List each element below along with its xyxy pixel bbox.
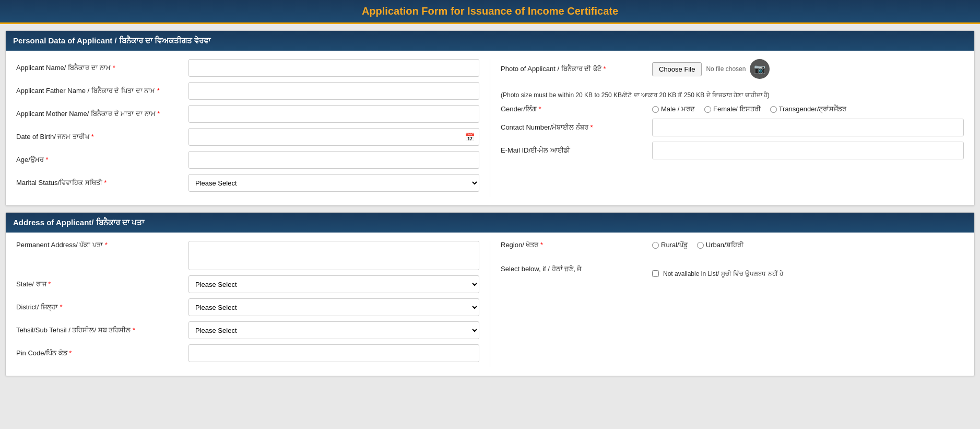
calendar-icon[interactable]: 📅: [465, 132, 475, 142]
no-file-text: No file chosen: [706, 65, 746, 73]
personal-section-header: Personal Data of Applicant / ਬਿਨੈਕਾਰ ਦਾ …: [6, 31, 974, 51]
region-urban-option[interactable]: Urban/ਸ਼ਹਿਰੀ: [697, 241, 743, 249]
address-section-header: Address of Applicant/ ਬਿਨੈਕਾਰ ਦਾ ਪਤਾ: [6, 213, 974, 233]
applicant-name-input[interactable]: [188, 59, 479, 77]
gender-male-radio[interactable]: [652, 106, 659, 113]
applicant-mother-name-label: Applicant Mother Name/ ਬਿਨੈਕਾਰ ਦੇ ਮਾਤਾ ਦ…: [16, 110, 183, 118]
address-section: Address of Applicant/ ਬਿਨੈਕਾਰ ਦਾ ਪਤਾ Per…: [5, 212, 975, 376]
choose-file-button[interactable]: Choose File: [652, 62, 702, 76]
contact-input[interactable]: [652, 119, 964, 136]
permanent-address-label: Permanent Address/ ਪੱਕਾ ਪਤਾ *: [16, 241, 183, 249]
applicant-mother-name-input[interactable]: [188, 105, 479, 123]
gender-row: Gender/ਲਿੰਗ * Male / ਮਰਦ Female/ ਇਸਤਰੀ: [501, 105, 964, 113]
dob-input[interactable]: [188, 128, 479, 146]
applicant-name-label: Applicant Name/ ਬਿਨੈਕਾਰ ਦਾ ਨਾਮ *: [16, 64, 183, 72]
permanent-address-input[interactable]: [188, 241, 479, 270]
state-select[interactable]: Please Select: [188, 275, 479, 293]
district-label: District/ ਜ਼ਿਲ੍ਹਾ *: [16, 303, 183, 311]
region-row: Region/ ਖੇਤਰ * Rural/ਪੇਂਡੂ Urban/ਸ਼ਹਿਰੀ: [501, 241, 964, 249]
page-wrapper: Application Form for Issuance of Income …: [0, 0, 980, 429]
camera-icon: 📷: [754, 63, 765, 75]
applicant-name-row: Applicant Name/ ਬਿਨੈਕਾਰ ਦਾ ਨਾਮ *: [16, 59, 479, 77]
contact-row: Contact Number/ਮੋਬਾਈਲ ਨੰਬਰ *: [501, 119, 964, 136]
file-upload-area: Choose File No file chosen 📷: [652, 59, 770, 79]
address-left-col: Permanent Address/ ਪੱਕਾ ਪਤਾ * State/ ਰਾਜ…: [16, 241, 479, 367]
personal-two-col: Applicant Name/ ਬਿਨੈਕਾਰ ਦਾ ਨਾਮ * Applica…: [16, 59, 964, 197]
gender-female-radio[interactable]: [704, 106, 711, 113]
personal-right-col: Photo of Applicant / ਬਿਨੈਕਾਰ ਦੀ ਫੋਟੋ * C…: [490, 59, 964, 197]
camera-icon-button[interactable]: 📷: [750, 59, 770, 79]
not-available-checkbox[interactable]: [652, 270, 659, 277]
address-right-col: Region/ ਖੇਤਰ * Rural/ਪੇਂਡੂ Urban/ਸ਼ਹਿਰੀ: [490, 241, 964, 367]
contact-label: Contact Number/ਮੋਬਾਈਲ ਨੰਬਰ *: [501, 123, 647, 132]
personal-section: Personal Data of Applicant / ਬਿਨੈਕਾਰ ਦਾ …: [5, 30, 975, 206]
age-input[interactable]: [188, 151, 479, 169]
region-rural-option[interactable]: Rural/ਪੇਂਡੂ: [652, 241, 688, 249]
select-below-row: Select below, if / ਹੇਠਾਂ ਚੁਣੋ, ਜੇ Not av…: [501, 265, 964, 279]
personal-section-body: Applicant Name/ ਬਿਨੈਕਾਰ ਦਾ ਨਾਮ * Applica…: [6, 51, 974, 205]
district-row: District/ ਜ਼ਿਲ੍ਹਾ * Please Select: [16, 298, 479, 316]
gender-male-option[interactable]: Male / ਮਰਦ: [652, 105, 695, 113]
region-rural-radio[interactable]: [652, 242, 659, 249]
age-label: Age/ਉਮਰ *: [16, 156, 183, 164]
marital-status-row: Marital Status/ਵਿਵਾਹਿਕ ਸਥਿਤੀ * Please Se…: [16, 174, 479, 192]
marital-status-select[interactable]: Please Select: [188, 174, 479, 192]
age-row: Age/ਉਮਰ *: [16, 151, 479, 169]
gender-label: Gender/ਲਿੰਗ *: [501, 105, 647, 113]
applicant-mother-name-row: Applicant Mother Name/ ਬਿਨੈਕਾਰ ਦੇ ਮਾਤਾ ਦ…: [16, 105, 479, 123]
photo-note: (Photo size must be within 20 KB to 250 …: [501, 90, 770, 100]
region-label: Region/ ਖੇਤਰ *: [501, 241, 647, 249]
dob-input-wrapper: 📅: [188, 128, 479, 146]
pincode-input[interactable]: [188, 344, 479, 362]
page-title: Application Form for Issuance of Income …: [362, 5, 618, 17]
permanent-address-row: Permanent Address/ ਪੱਕਾ ਪਤਾ *: [16, 241, 479, 270]
email-input[interactable]: [652, 142, 964, 159]
address-section-body: Permanent Address/ ਪੱਕਾ ਪਤਾ * State/ ਰਾਜ…: [6, 233, 974, 376]
personal-left-col: Applicant Name/ ਬਿਨੈਕਾਰ ਦਾ ਨਾਮ * Applica…: [16, 59, 479, 197]
gender-transgender-radio[interactable]: [770, 106, 777, 113]
not-available-text: Not available in List/ ਸੂਚੀ ਵਿੱਚ ਉਪਲਬਧ ਨ…: [663, 269, 783, 279]
applicant-father-name-input[interactable]: [188, 82, 479, 100]
not-available-row: Not available in List/ ਸੂਚੀ ਵਿੱਚ ਉਪਲਬਧ ਨ…: [652, 269, 783, 279]
region-urban-radio[interactable]: [697, 242, 704, 249]
email-label: E-Mail ID/ਈ-ਮੇਲ ਆਈਡੀ: [501, 146, 647, 155]
pincode-label: Pin Code/ਪਿੰਨ ਕੋਡ *: [16, 349, 183, 357]
dob-row: Date of Birth/ ਜਨਮ ਤਾਰੀਖ * 📅: [16, 128, 479, 146]
tehsil-select[interactable]: Please Select: [188, 321, 479, 339]
gender-transgender-option[interactable]: Transgender/ਟ੍ਰਾਂਸਜੈਂਡਰ: [770, 105, 847, 113]
photo-row: Photo of Applicant / ਬਿਨੈਕਾਰ ਦੀ ਫੋਟੋ * C…: [501, 59, 964, 100]
applicant-father-name-row: Applicant Father Name / ਬਿਨੈਕਾਰ ਦੇ ਪਿਤਾ …: [16, 82, 479, 100]
state-row: State/ ਰਾਜ * Please Select: [16, 275, 479, 293]
state-label: State/ ਰਾਜ *: [16, 280, 183, 288]
gender-female-option[interactable]: Female/ ਇਸਤਰੀ: [704, 105, 761, 113]
dob-label: Date of Birth/ ਜਨਮ ਤਾਰੀਖ *: [16, 133, 183, 141]
tehsil-row: Tehsil/Sub Tehsil / ਤਹਿਸੀਲ/ ਸਬ ਤਹਿਸੀਲ * …: [16, 321, 479, 339]
address-two-col: Permanent Address/ ਪੱਕਾ ਪਤਾ * State/ ਰਾਜ…: [16, 241, 964, 367]
gender-radio-group: Male / ਮਰਦ Female/ ਇਸਤਰੀ Transgender/ਟ੍ਰ…: [652, 105, 846, 113]
pincode-row: Pin Code/ਪਿੰਨ ਕੋਡ *: [16, 344, 479, 362]
applicant-father-name-label: Applicant Father Name / ਬਿਨੈਕਾਰ ਦੇ ਪਿਤਾ …: [16, 87, 183, 95]
marital-status-label: Marital Status/ਵਿਵਾਹਿਕ ਸਥਿਤੀ *: [16, 179, 183, 187]
tehsil-label: Tehsil/Sub Tehsil / ਤਹਿਸੀਲ/ ਸਬ ਤਹਿਸੀਲ *: [16, 326, 183, 334]
email-row: E-Mail ID/ਈ-ਮੇਲ ਆਈਡੀ: [501, 142, 964, 159]
district-select[interactable]: Please Select: [188, 298, 479, 316]
region-radio-group: Rural/ਪੇਂਡੂ Urban/ਸ਼ਹਿਰੀ: [652, 241, 743, 249]
select-below-label: Select below, if / ਹੇਠਾਂ ਚੁਣੋ, ਜੇ: [501, 265, 647, 273]
top-banner: Application Form for Issuance of Income …: [0, 0, 980, 24]
photo-label: Photo of Applicant / ਬਿਨੈਕਾਰ ਦੀ ਫੋਟੋ *: [501, 65, 647, 73]
